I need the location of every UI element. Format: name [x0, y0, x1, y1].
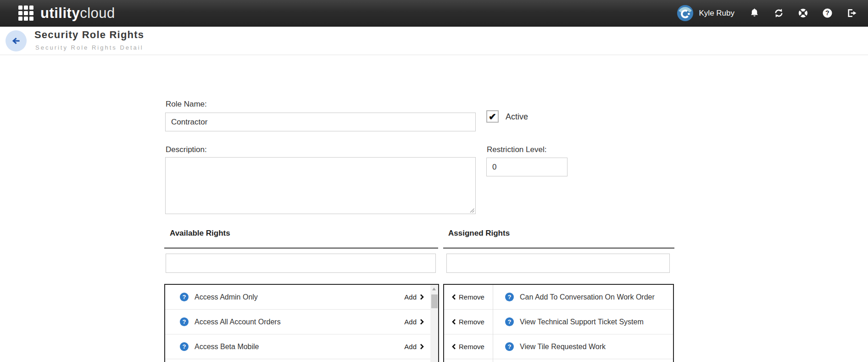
right-label: Access Admin Only — [195, 293, 258, 301]
top-navbar: utilitycloud Kyle Ruby — [0, 0, 868, 27]
role-name-label: Role Name: — [166, 100, 207, 109]
remove-button[interactable]: Remove — [444, 334, 493, 359]
available-rights-title: Available Rights — [170, 229, 230, 238]
help-icon[interactable]: ? — [822, 8, 833, 18]
chevron-right-icon — [420, 344, 424, 350]
list-item: Remove ? View Technical Support Ticket S… — [444, 310, 673, 334]
add-button-label: Add — [404, 318, 417, 326]
app-logo: utilitycloud — [40, 5, 115, 22]
chevron-right-icon — [420, 294, 424, 300]
active-checkbox[interactable]: ✔ — [486, 110, 499, 123]
page-subtitle: Security Role Rights Detail — [35, 44, 144, 51]
assigned-right: ? View Technical Support Ticket System — [493, 310, 644, 334]
role-name-input[interactable] — [165, 113, 476, 131]
assigned-right: ? View Tile Requested Work — [493, 334, 606, 359]
remove-button-label: Remove — [459, 318, 484, 326]
description-label: Description: — [166, 145, 207, 154]
help-circle-icon[interactable]: ? — [180, 317, 189, 326]
chevron-left-icon — [452, 319, 456, 325]
add-button-label: Add — [404, 293, 417, 301]
help-circle-icon[interactable]: ? — [180, 342, 189, 351]
remove-button[interactable]: Remove — [444, 310, 493, 334]
assigned-rights-list: Remove ? Can Add To Conversation On Work… — [443, 284, 674, 362]
list-item: Remove ? View Tile Requested Work — [444, 334, 673, 359]
assigned-right: ? Can Add To Conversation On Work Order — [493, 285, 655, 309]
right-label: View Tile Requested Work — [520, 343, 606, 351]
restriction-level-label: Restriction Level: — [487, 145, 546, 154]
logout-icon[interactable] — [846, 8, 857, 18]
available-rights-rows: ? Access Admin Only Add ? Access All Acc… — [165, 285, 430, 359]
right-label: Can Add To Conversation On Work Order — [520, 293, 655, 301]
logo-text-bold: utility — [40, 5, 80, 21]
scrollbar-thumb[interactable] — [431, 294, 438, 308]
scroll-up-arrow-icon[interactable] — [432, 288, 436, 290]
assigned-rights-search-input[interactable] — [446, 254, 670, 273]
right-label: View Technical Support Ticket System — [520, 318, 644, 326]
help-circle-icon[interactable]: ? — [505, 317, 514, 326]
svg-text:?: ? — [825, 9, 829, 17]
logo-text-light: cloud — [80, 5, 115, 21]
user-avatar[interactable] — [677, 5, 694, 22]
list-item: ? Access Beta Mobile Add — [165, 334, 430, 359]
list-item: Remove ? Can Add To Conversation On Work… — [444, 285, 673, 310]
right-label: Access Beta Mobile — [195, 343, 259, 351]
active-label: Active — [506, 112, 528, 122]
assigned-rights-rule — [443, 248, 674, 249]
right-label: Access All Account Orders — [195, 318, 281, 326]
page-header: Security Role Rights Security Role Right… — [0, 27, 868, 55]
add-button-label: Add — [404, 343, 417, 351]
remove-button-label: Remove — [459, 293, 484, 301]
add-button[interactable]: Add — [404, 343, 424, 351]
life-ring-icon[interactable] — [798, 8, 808, 18]
grid-menu-icon[interactable] — [17, 5, 34, 22]
assigned-rights-title: Assigned Rights — [448, 229, 510, 238]
chevron-right-icon — [420, 319, 424, 325]
chevron-left-icon — [452, 344, 456, 350]
bell-icon[interactable] — [749, 8, 760, 18]
user-name[interactable]: Kyle Ruby — [699, 9, 734, 18]
column-divider — [493, 285, 493, 362]
list-item: ? Access Admin Only Add — [165, 285, 430, 310]
add-button[interactable]: Add — [404, 318, 424, 326]
remove-button[interactable]: Remove — [444, 285, 493, 309]
available-rights-rule — [164, 248, 438, 249]
chevron-left-icon — [452, 294, 456, 300]
resize-handle-icon[interactable] — [469, 207, 475, 213]
description-textarea[interactable] — [165, 157, 476, 214]
help-circle-icon[interactable]: ? — [505, 293, 514, 301]
scrollbar[interactable] — [430, 285, 438, 362]
list-item: ? Access All Account Orders Add — [165, 310, 430, 334]
available-rights-list: ? Access Admin Only Add ? Access All Acc… — [164, 284, 439, 362]
refresh-icon[interactable] — [773, 8, 784, 18]
back-button[interactable] — [6, 30, 27, 51]
help-circle-icon[interactable]: ? — [180, 293, 189, 301]
navbar-right: Kyle Ruby — [677, 5, 857, 22]
remove-button-label: Remove — [459, 343, 484, 351]
add-button[interactable]: Add — [404, 293, 424, 301]
page: utilitycloud Kyle Ruby — [0, 0, 868, 362]
restriction-level-input[interactable] — [486, 158, 568, 176]
back-arrow-icon — [10, 35, 22, 47]
page-title: Security Role Rights — [34, 29, 144, 41]
help-circle-icon[interactable]: ? — [505, 342, 514, 351]
available-rights-search-input[interactable] — [166, 254, 436, 273]
